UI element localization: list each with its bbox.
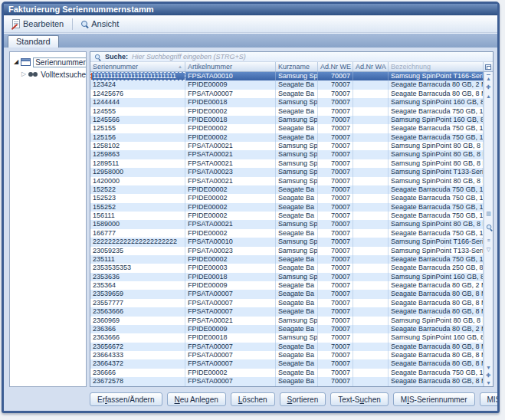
edit-document-icon [12,19,20,28]
tab-strip: Standard [4,33,497,48]
rows-menu-icon[interactable]: ≡ [484,238,493,244]
cell-adnr-wa [353,177,389,185]
cell-adnr-wa [353,325,389,333]
cell-adnr-we: 70007 [318,307,353,316]
table-row[interactable]: 235364FPIDE00009Seagate Ba70007Seagate B… [90,281,484,290]
cell-kurzname: Seagate Ba [276,212,318,220]
table-row[interactable]: 1259863FPSATA00021Samsung Sp70007Samsung… [90,150,484,159]
column-header-adnr-we[interactable]: Ad.Nr WE [318,62,353,71]
table-row[interactable]: 1111111111111111111111111FPSATA00010Sams… [90,72,484,80]
table-row[interactable]: 2360969FPSATA00021Samsung Sp70007Samsung… [90,317,484,325]
table-row[interactable]: 12958000FPSATA00023Samsung Sp70007Samsun… [90,168,484,176]
tab-standard[interactable]: Standard [8,35,59,48]
cell-adnr-we: 70007 [318,273,353,281]
filter-icon[interactable]: ▽ [484,247,493,253]
table-row[interactable]: 23656672FPSATA00007Seagate Ba70007Seagat… [90,343,484,351]
column-chooser-button[interactable] [484,62,493,71]
table-row[interactable]: 235111FPIDE00002Seagate Ba70007Seagate B… [90,255,484,264]
cell-adnr-wa [353,72,389,80]
table-row[interactable]: 23059235FPSATA00023Samsung Sp70007Samsun… [90,247,484,255]
tree-item-seriennummernauswahl[interactable]: ◢ Seriennummernauswahl [10,56,86,68]
table-row[interactable]: 23557777FPSATA00007Seagate Ba70007Seagat… [90,299,484,307]
bearbeiten-menu-button[interactable]: Bearbeiten [8,18,68,30]
table-row[interactable]: 1258102FPSATA00021Samsung Sp70007Samsung… [90,142,484,150]
table-row[interactable]: 2353535353FPIDE00003Seagate Ba70007Seaga… [90,264,484,272]
table-row[interactable]: 23664372FPSATA00007Seagate Ba70007Seagat… [90,359,484,368]
scroll-down-fast-icon[interactable]: ✚ [484,372,493,379]
grid-scrollbar[interactable]: ▲ ✚ ▲ ▥ ≡ ▽ ▼ ✚ ▼ [484,72,493,386]
cell-bezeichnung: Seagate Barracuda 750 GB, 16 MB, 7200 [389,107,484,116]
scroll-to-bottom-icon[interactable]: ▼ [484,380,493,386]
table-row[interactable]: 124555FPIDE00002Seagate Ba70007Seagate B… [90,107,484,116]
cell-bezeichnung: Samsung SpinPoint 80 GB, 8 MB, 7200, S-A [389,220,484,228]
table-row[interactable]: 123424FPIDE00009Seagate Ba70007Seagate B… [90,80,484,89]
cell-kurzname: Seagate Ba [276,351,318,359]
cell-kurzname: Samsung Sp [276,142,318,150]
column-header-artikelnummer[interactable]: Artikelnummer [185,62,276,71]
cell-artikelnummer: FPSATA00007 [185,90,276,98]
cell-artikelnummer: FPSATA00007 [185,351,276,359]
column-header-bezeichnung[interactable]: Bezeichnung [389,62,484,71]
grid-header-cells: Seriennummer▲ArtikelnummerKurznameAd.Nr … [90,62,484,71]
tree-item-volltextsuche[interactable]: ▷ Volltextsuche [10,68,86,80]
scroll-up-icon[interactable]: ▲ [484,94,493,100]
zoom-search-icon[interactable] [486,220,493,234]
cell-adnr-we: 70007 [318,80,353,89]
view-grid-icon[interactable]: ▥ [484,211,493,217]
ansicht-menu-button[interactable]: Ansicht [77,18,123,30]
cell-adnr-wa [353,264,389,272]
column-header-seriennummer[interactable]: Seriennummer▲ [90,62,185,71]
erfassen-aendern-button[interactable]: Erfassen/Ändern [90,392,162,406]
neu-anlegen-button[interactable]: Neu Anlegen [167,392,226,406]
column-header-kurzname[interactable]: Kurzname [276,62,318,71]
column-header-adnr-wa[interactable]: Ad.Nr WA [353,62,389,71]
loeschen-button[interactable]: Löschen [231,392,275,406]
cell-adnr-wa [353,369,389,377]
table-row[interactable]: 156111FPIDE00002Seagate Ba70007Seagate B… [90,212,484,220]
table-row[interactable]: 1289511FPSATA00021Samsung Sp70007Samsung… [90,159,484,168]
table-row[interactable]: 23664333FPSATA00007Seagate Ba70007Seagat… [90,351,484,359]
cell-seriennummer: 152523 [90,194,185,202]
table-row[interactable]: 23539659FPSATA00007Seagate Ba70007Seagat… [90,290,484,298]
table-row[interactable]: 152523FPIDE00002Seagate Ba70007Seagate B… [90,194,484,202]
table-row[interactable]: 152522FPIDE00002Seagate Ba70007Seagate B… [90,185,484,194]
table-row[interactable]: 2222222222222222222222FPSATA00010Samsung… [90,238,484,246]
table-row[interactable]: 1420000FPSATA00021Samsung Sp70007Samsung… [90,177,484,185]
text-suchen-button[interactable]: Text-Suchen [330,392,389,406]
scroll-to-top-icon[interactable]: ▲ [484,74,493,82]
table-row[interactable]: 12425676FPSATA00007Seagate Ba70007Seagat… [90,90,484,98]
mis-seriennummer-button[interactable]: MIS-Seriennummer [393,392,475,406]
expander-collapsed-icon[interactable]: ▷ [21,71,26,77]
sortieren-button[interactable]: Sortieren [280,392,326,406]
mis-seriennummernbewegungen-button[interactable]: MIS-Seriennummernbewegungen [480,392,500,406]
table-row[interactable]: 155252FPIDE00002Seagate Ba70007Seagate B… [90,203,484,212]
scroll-up-fast-icon[interactable]: ✚ [484,84,493,90]
table-row[interactable]: 166777FPIDE00002Seagate Ba70007Seagate B… [90,229,484,238]
grid-body: 1111111111111111111111111FPSATA00010Sams… [90,72,493,386]
content-area: ◢ Seriennummernauswahl ▷ Volltextsuche S… [4,48,497,388]
cell-seriennummer: 152522 [90,185,185,194]
table-row[interactable]: 125155FPIDE00002Seagate Ba70007Seagate B… [90,124,484,133]
scroll-down-icon[interactable]: ▼ [484,365,493,371]
table-row[interactable]: 125156FPIDE00002Seagate Ba70007Seagate B… [90,133,484,142]
table-row[interactable]: 1589000FPSATA00021Samsung Sp70007Samsung… [90,220,484,228]
cell-adnr-we: 70007 [318,194,353,202]
cell-adnr-we: 70007 [318,90,353,98]
table-row[interactable]: 23563666FPSATA00007Seagate Ba70007Seagat… [90,307,484,316]
cell-seriennummer: 1420000 [90,177,185,185]
action-button-bar: Erfassen/ÄndernNeu AnlegenLöschenSortier… [4,388,497,411]
table-row[interactable]: 236666FPIDE00002Seagate Ba70007Seagate B… [90,369,484,377]
table-row[interactable]: 236366FPIDE00009Seagate Ba70007Seagate B… [90,325,484,333]
table-row[interactable]: 23672578FPSATA00007Seagate Ba70007Seagat… [90,377,484,386]
expander-expanded-icon[interactable]: ◢ [14,59,18,65]
table-row[interactable]: 2353636FPIDE00018Samsung Sp70007Samsung … [90,273,484,281]
table-row[interactable]: 1244444FPIDE00018Samsung Sp70007Samsung … [90,98,484,107]
cell-kurzname: Seagate Ba [276,203,318,212]
table-row[interactable]: 1245566FPIDE00018Samsung Sp70007Samsung … [90,116,484,124]
search-input[interactable]: Hier Suchbegriff eingeben (STRG+S) [132,53,246,61]
cell-adnr-wa [353,377,389,386]
cell-adnr-we: 70007 [318,333,353,342]
table-row[interactable]: 2363666FPIDE00018Samsung Sp70007Samsung … [90,333,484,342]
cell-adnr-we: 70007 [318,299,353,307]
search-panel[interactable]: Suche: Hier Suchbegriff eingeben (STRG+S… [90,52,493,62]
